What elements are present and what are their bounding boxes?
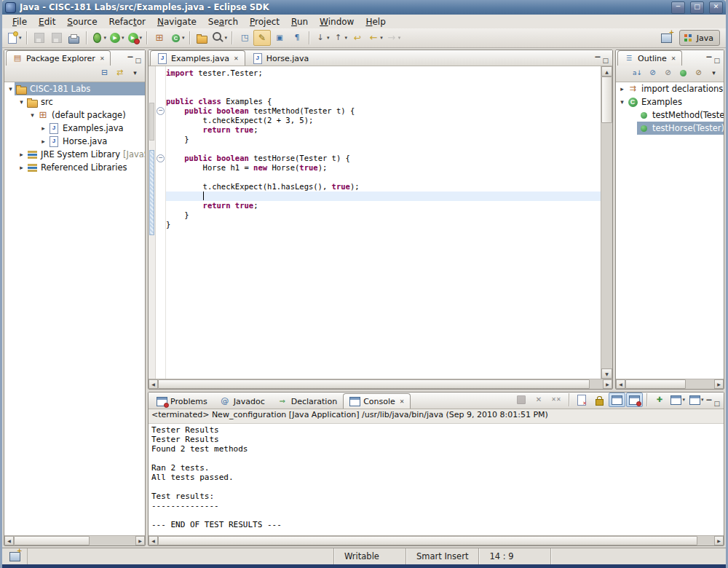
project-item-cisc-181-labs[interactable]: ▾CISC-181 Labs xyxy=(4,82,145,95)
code-line[interactable]: return true; xyxy=(166,125,601,135)
fast-view-button[interactable] xyxy=(2,548,28,564)
debug-button[interactable]: ▾ xyxy=(90,30,108,46)
dropdown-arrow-icon[interactable]: ▾ xyxy=(225,35,228,41)
new-wizard-button[interactable]: ▾ xyxy=(5,30,23,46)
dropdown-arrow-icon[interactable]: ▾ xyxy=(398,35,401,41)
maximize-button[interactable]: □ xyxy=(713,400,720,407)
mark-occurrences-button[interactable]: ✎ xyxy=(253,30,271,46)
maximize-button[interactable]: □ xyxy=(713,57,720,64)
code-line[interactable] xyxy=(166,192,601,201)
expand-arrow-icon[interactable]: ▸ xyxy=(17,164,25,171)
menu-navigate[interactable]: Navigate xyxy=(151,15,202,28)
show-whitespace-button[interactable]: ¶ xyxy=(288,30,306,46)
scroll-right-arrow[interactable]: ▶ xyxy=(135,536,145,545)
fold-collapse-icon[interactable]: − xyxy=(157,107,165,115)
outline-item-testmethod-tester-[interactable]: testMethod(Tester) xyxy=(616,109,724,122)
tab-javadoc[interactable]: @Javadoc xyxy=(213,393,271,409)
code-line[interactable] xyxy=(166,78,601,87)
code-line[interactable]: public boolean testMethod(Tester t) { xyxy=(166,106,601,116)
maximize-button[interactable]: □ xyxy=(602,57,609,64)
tab-outline[interactable]: ☰Outline✕ xyxy=(617,50,682,66)
scroll-track[interactable] xyxy=(158,379,603,389)
code-line[interactable]: public boolean testHorse(Tester t) { xyxy=(166,154,601,163)
clear-console-button[interactable] xyxy=(574,393,590,407)
forward-button[interactable]: →▾ xyxy=(384,30,403,46)
new-java-project-button[interactable]: ⊞ xyxy=(151,30,168,46)
window-titlebar[interactable]: Java - CISC-181 Labs/src/Examples.java -… xyxy=(2,0,726,15)
scroll-track[interactable] xyxy=(601,76,612,368)
code-line[interactable]: } xyxy=(166,220,601,229)
remove-launch-button[interactable]: ✕ xyxy=(531,393,547,407)
close-icon[interactable]: ✕ xyxy=(100,55,105,62)
next-annotation-button[interactable]: ↓▾ xyxy=(313,30,331,46)
display-selected-console-button[interactable]: ▾ xyxy=(669,393,687,407)
dropdown-arrow-icon[interactable]: ▾ xyxy=(380,35,383,41)
menu-help[interactable]: Help xyxy=(360,15,391,28)
search-button[interactable]: ▾ xyxy=(211,30,229,46)
close-icon[interactable]: ✕ xyxy=(400,398,405,405)
minimize-button[interactable]: ▔ xyxy=(707,400,712,407)
scroll-right-arrow[interactable]: ▶ xyxy=(603,379,612,389)
code-line[interactable]: t.checkExpect(2 + 3, 5); xyxy=(166,116,601,125)
print-button[interactable] xyxy=(66,30,83,46)
fold-collapse-icon[interactable]: − xyxy=(157,154,165,162)
menu-source[interactable]: Source xyxy=(61,15,103,28)
scroll-left-arrow[interactable]: ◀ xyxy=(149,536,158,545)
terminate-button[interactable] xyxy=(513,393,530,407)
menu-search[interactable]: Search xyxy=(202,15,244,28)
previous-annotation-button[interactable]: ↑▾ xyxy=(331,30,349,46)
menu-refactor[interactable]: Refactor xyxy=(103,15,151,28)
collapse-all-button[interactable]: ⊟ xyxy=(98,67,111,79)
tab-problems[interactable]: Problems xyxy=(150,393,213,409)
minimize-button[interactable]: ▔ xyxy=(707,57,712,64)
scroll-thumb[interactable] xyxy=(601,76,612,123)
dropdown-arrow-icon[interactable]: ▾ xyxy=(122,35,124,41)
vertical-scrollbar[interactable]: ▲▼ xyxy=(601,66,612,379)
project-item--default-package-[interactable]: ▾⊞(default package) xyxy=(4,109,145,122)
code-line[interactable] xyxy=(166,173,601,182)
project-item-horse-java[interactable]: ▸Horse.java xyxy=(4,135,145,148)
save-button[interactable] xyxy=(31,30,48,46)
scroll-left-arrow[interactable]: ◀ xyxy=(616,379,625,389)
code-line[interactable]: } xyxy=(166,135,601,144)
view-menu-button[interactable]: ▾ xyxy=(128,67,142,79)
view-menu-button[interactable]: ▾ xyxy=(707,67,721,79)
save-all-button[interactable] xyxy=(48,30,66,46)
editor-tab-examples-java[interactable]: Examples.java✕ xyxy=(150,50,245,66)
show-selected-element-button[interactable]: ▣ xyxy=(271,30,288,46)
scroll-track[interactable] xyxy=(158,536,714,545)
scroll-right-arrow[interactable]: ▶ xyxy=(714,379,724,389)
show-console-on-stderr-button[interactable] xyxy=(626,393,643,407)
horizontal-scrollbar[interactable]: ◀▶ xyxy=(149,535,724,545)
minimize-button[interactable]: ▔ xyxy=(128,57,133,64)
menu-edit[interactable]: Edit xyxy=(33,15,61,28)
outline-item-examples[interactable]: ▾Examples xyxy=(616,95,724,109)
project-item-examples-java[interactable]: ▸Examples.java xyxy=(4,122,145,135)
hide-fields-button[interactable]: ⊘ xyxy=(646,67,660,79)
project-item-jre-system-library[interactable]: ▸JRE System Library [JavaSE- xyxy=(4,148,145,161)
pin-console-button[interactable]: ✚ xyxy=(652,393,668,407)
collapse-arrow-icon[interactable]: ▾ xyxy=(28,111,36,119)
console-output[interactable]: Tester ResultsTester ResultsFound 2 test… xyxy=(149,424,724,535)
dropdown-arrow-icon[interactable]: ▾ xyxy=(104,35,107,41)
collapse-arrow-icon[interactable]: ▾ xyxy=(7,85,15,92)
code-line[interactable] xyxy=(166,87,601,97)
scroll-thumb[interactable] xyxy=(158,379,590,389)
horizontal-scrollbar[interactable]: ◀▶ xyxy=(4,535,145,545)
scroll-left-arrow[interactable]: ◀ xyxy=(4,536,14,545)
new-java-class-button[interactable]: ▾ xyxy=(168,30,186,46)
editor-tab-horse-java[interactable]: Horse.java xyxy=(245,50,316,66)
scroll-down-arrow[interactable]: ▼ xyxy=(601,368,612,379)
project-item-src[interactable]: ▾src xyxy=(4,95,145,109)
link-with-editor-button[interactable]: ⇄ xyxy=(113,67,127,79)
code-line[interactable]: public class Examples { xyxy=(166,97,601,106)
dropdown-arrow-icon[interactable]: ▾ xyxy=(701,397,704,403)
show-console-on-stdout-button[interactable] xyxy=(609,393,625,407)
annotation-ruler[interactable] xyxy=(149,66,156,379)
code-line[interactable]: return true; xyxy=(166,201,601,210)
dropdown-arrow-icon[interactable]: ▾ xyxy=(182,35,185,41)
project-item-referenced-libraries[interactable]: ▸Referenced Libraries xyxy=(4,161,145,174)
scroll-right-arrow[interactable]: ▶ xyxy=(714,536,724,545)
scroll-lock-button[interactable] xyxy=(591,393,608,407)
menu-run[interactable]: Run xyxy=(285,15,314,28)
